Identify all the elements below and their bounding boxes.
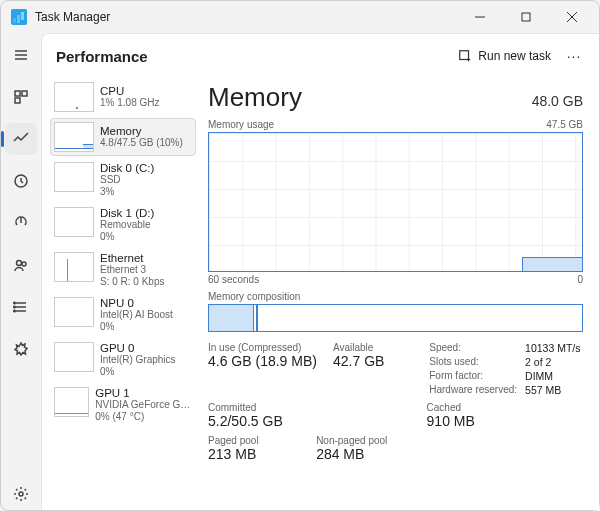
run-new-task-button[interactable]: Run new task [450, 45, 559, 67]
composition-label: Memory composition [208, 291, 583, 302]
window-title: Task Manager [35, 10, 457, 24]
perf-item-disk0[interactable]: Disk 0 (C:) SSD 3% [50, 158, 196, 201]
perf-thumb-gpu1 [54, 387, 89, 417]
window-controls [457, 1, 595, 33]
in-use-value: 4.6 GB (18.9 MB) [208, 353, 323, 369]
committed-value: 5.2/50.5 GB [208, 413, 417, 429]
perf-item-label: NPU 0 [100, 297, 173, 309]
perf-item-npu0[interactable]: NPU 0 Intel(R) AI Boost 0% [50, 293, 196, 336]
axis-left: 60 seconds [208, 274, 259, 285]
perf-thumb-npu0 [54, 297, 94, 327]
paged-label: Paged pool [208, 435, 306, 446]
perf-thumb-ethernet [54, 252, 94, 282]
perf-thumb-disk0 [54, 162, 94, 192]
perf-item-label: CPU [100, 85, 159, 97]
perf-thumb-disk1 [54, 207, 94, 237]
usage-caption-right: 47.5 GB [546, 119, 583, 130]
svg-point-12 [17, 261, 22, 266]
perf-item-sub: 4.8/47.5 GB (10%) [100, 137, 183, 149]
slots-label: Slots used: [429, 356, 517, 368]
perf-item-gpu1[interactable]: GPU 1 NVIDIA GeForce GTX … 0% (47 °C) [50, 383, 196, 426]
task-manager-window: Task Manager Performance Run ne [0, 0, 600, 511]
perf-item-sub: SSD [100, 174, 154, 186]
nav-processes-icon[interactable] [5, 81, 37, 113]
svg-rect-8 [22, 91, 27, 96]
nonpaged-value: 284 MB [316, 446, 414, 462]
slots-value: 2 of 2 [525, 356, 583, 368]
nav-details-icon[interactable] [5, 291, 37, 323]
speed-value: 10133 MT/s [525, 342, 583, 354]
perf-item-sub2: 0% [100, 231, 154, 243]
perf-item-gpu0[interactable]: GPU 0 Intel(R) Graphics 0% [50, 338, 196, 381]
nav-services-icon[interactable] [5, 333, 37, 365]
perf-item-ethernet[interactable]: Ethernet Ethernet 3 S: 0 R: 0 Kbps [50, 248, 196, 291]
perf-thumb-cpu [54, 82, 94, 112]
perf-item-sub2: 0% [100, 366, 176, 378]
window-body: Performance Run new task ··· CPU 1% 1.08… [1, 33, 599, 510]
titlebar: Task Manager [1, 1, 599, 33]
available-value: 42.7 GB [333, 353, 419, 369]
perf-item-label: Disk 0 (C:) [100, 162, 154, 174]
nav-performance-icon[interactable] [5, 123, 37, 155]
svg-point-18 [14, 306, 16, 308]
paged-value: 213 MB [208, 446, 306, 462]
perf-item-sub2: S: 0 R: 0 Kbps [100, 276, 164, 288]
available-label: Available [333, 342, 419, 353]
speed-label: Speed: [429, 342, 517, 354]
perf-item-label: Memory [100, 125, 183, 137]
maximize-button[interactable] [503, 1, 549, 33]
memory-composition-bar [208, 304, 583, 332]
hw-label: Hardware reserved: [429, 384, 517, 396]
form-label: Form factor: [429, 370, 517, 382]
perf-thumb-memory [54, 122, 94, 152]
perf-item-sub2: 3% [100, 186, 154, 198]
hw-value: 557 MB [525, 384, 583, 396]
perf-resource-list: CPU 1% 1.08 GHz Memory 4.8/47.5 GB (10%) [42, 78, 202, 510]
perf-item-label: Disk 1 (D:) [100, 207, 154, 219]
nav-startup-icon[interactable] [5, 207, 37, 239]
perf-item-label: Ethernet [100, 252, 164, 264]
close-button[interactable] [549, 1, 595, 33]
perf-item-sub: Intel(R) Graphics [100, 354, 176, 366]
memory-stats: In use (Compressed) 4.6 GB (18.9 MB) Ava… [208, 342, 583, 396]
usage-caption-left: Memory usage [208, 119, 274, 130]
detail-title: Memory [208, 82, 302, 113]
content-panel: Performance Run new task ··· CPU 1% 1.08… [41, 33, 599, 510]
run-task-label: Run new task [478, 49, 551, 63]
form-value: DIMM [525, 370, 583, 382]
committed-label: Committed [208, 402, 417, 413]
settings-icon[interactable] [5, 478, 37, 510]
memory-usage-graph [208, 132, 583, 272]
perf-item-cpu[interactable]: CPU 1% 1.08 GHz [50, 78, 196, 116]
axis-right: 0 [577, 274, 583, 285]
memory-detail: Memory 48.0 GB Memory usage 47.5 GB 60 s… [202, 78, 599, 510]
cached-value: 910 MB [427, 413, 583, 429]
nonpaged-label: Non-paged pool [316, 435, 414, 446]
perf-item-label: GPU 1 [95, 387, 192, 399]
panel-header: Performance Run new task ··· [42, 34, 599, 78]
nav-users-icon[interactable] [5, 249, 37, 281]
page-title: Performance [56, 48, 450, 65]
nav-history-icon[interactable] [5, 165, 37, 197]
svg-point-17 [14, 302, 16, 304]
nav-rail [1, 33, 41, 510]
svg-point-19 [14, 310, 16, 312]
minimize-button[interactable] [457, 1, 503, 33]
svg-rect-1 [522, 13, 530, 21]
svg-rect-9 [15, 98, 20, 103]
perf-item-sub: 1% 1.08 GHz [100, 97, 159, 109]
detail-header: Memory 48.0 GB [208, 82, 583, 113]
svg-rect-21 [460, 51, 469, 60]
hamburger-icon[interactable] [5, 39, 37, 71]
perf-item-sub: Removable [100, 219, 154, 231]
more-button[interactable]: ··· [559, 41, 589, 71]
perf-item-sub2: 0% [100, 321, 173, 333]
svg-point-13 [22, 262, 26, 266]
perf-item-label: GPU 0 [100, 342, 176, 354]
perf-item-sub: Ethernet 3 [100, 264, 164, 276]
panel-body: CPU 1% 1.08 GHz Memory 4.8/47.5 GB (10%) [42, 78, 599, 510]
svg-rect-7 [15, 91, 20, 96]
app-icon [11, 9, 27, 25]
perf-item-memory[interactable]: Memory 4.8/47.5 GB (10%) [50, 118, 196, 156]
perf-item-disk1[interactable]: Disk 1 (D:) Removable 0% [50, 203, 196, 246]
